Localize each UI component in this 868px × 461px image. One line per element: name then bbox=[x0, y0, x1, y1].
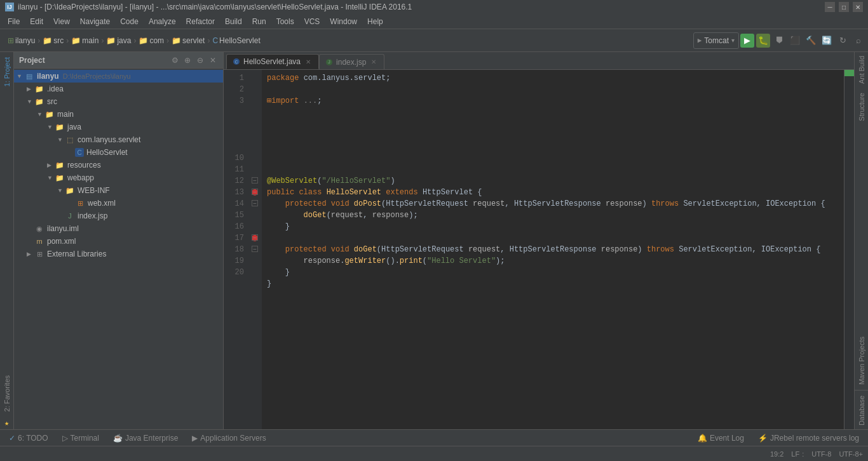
title-bar-controls[interactable]: ─ □ ✕ bbox=[825, 2, 863, 12]
menu-edit[interactable]: Edit bbox=[25, 14, 48, 29]
menu-navigate[interactable]: Navigate bbox=[75, 14, 115, 29]
tree-idea[interactable]: ▶ 📁 .idea bbox=[14, 83, 223, 95]
java-enterprise-tab[interactable]: ☕ Java Enterprise bbox=[107, 431, 184, 445]
menu-code[interactable]: Code bbox=[115, 14, 144, 29]
update-button[interactable]: ↻ bbox=[836, 34, 850, 48]
breadcrumb-com[interactable]: 📁 com bbox=[139, 36, 164, 45]
tree-helloservlet[interactable]: C HelloServlet bbox=[14, 146, 223, 159]
tree-iml[interactable]: ◉ ilanyu.iml bbox=[14, 222, 223, 235]
eventlog-label: Event Log bbox=[710, 434, 744, 443]
favorites-star-icon[interactable]: ★ bbox=[0, 417, 13, 429]
tab-close-servlet[interactable]: ✕ bbox=[304, 58, 312, 65]
code-line-8 bbox=[267, 152, 839, 164]
indent-info[interactable]: UTF-8+ bbox=[839, 450, 863, 458]
tree-webapp[interactable]: ▼ 📁 webapp bbox=[14, 171, 223, 184]
breadcrumb-ilanyu[interactable]: ⊞ ilanyu bbox=[8, 36, 35, 45]
tab-close-jsp[interactable]: ✕ bbox=[370, 58, 377, 66]
minimize-button[interactable]: ─ bbox=[825, 2, 835, 12]
folder-icon-3: 📁 bbox=[106, 36, 116, 45]
xml-file-icon: ⊞ bbox=[75, 199, 85, 208]
folder-src-icon: 📁 bbox=[34, 97, 44, 106]
menu-build[interactable]: Build bbox=[220, 14, 247, 29]
fold-17[interactable]: ─ bbox=[252, 246, 258, 252]
menu-help[interactable]: Help bbox=[362, 14, 388, 29]
app-servers-tab[interactable]: ▶ Application Servers bbox=[186, 431, 272, 445]
scroll-track[interactable] bbox=[844, 76, 854, 429]
fold-16[interactable]: ─ bbox=[252, 234, 258, 241]
jrebel-tab[interactable]: ⚡ JRebel remote servers log bbox=[752, 431, 865, 445]
tab-indexjsp[interactable]: J index.jsp ✕ bbox=[319, 54, 384, 69]
folder-icon-5: 📁 bbox=[172, 36, 181, 45]
breadcrumb-servlet[interactable]: 📁 servlet bbox=[172, 36, 205, 45]
code-line-1: package com.lanyus.servlet; bbox=[267, 72, 839, 84]
run-button[interactable]: ▶ bbox=[740, 34, 754, 48]
debug-button[interactable]: 🐛 bbox=[756, 34, 770, 48]
project-panel: Project ⚙ ⊕ ⊖ ✕ ▼ ▤ ilanyu D:\IdeaProjec… bbox=[14, 52, 224, 429]
fold-13[interactable]: ─ bbox=[252, 200, 258, 206]
build-button[interactable]: 🔨 bbox=[804, 34, 818, 48]
menu-refactor[interactable]: Refactor bbox=[181, 14, 220, 29]
panel-expand-icon[interactable]: ⊕ bbox=[182, 55, 193, 65]
line-ending[interactable]: LF: bbox=[791, 450, 804, 458]
tree-webinf[interactable]: ▼ 📁 WEB-INF bbox=[14, 184, 223, 197]
menu-tools[interactable]: Tools bbox=[271, 14, 299, 29]
code-editor[interactable]: 1 2 3 10 11 12 13 14 15 16 17 18 19 20 bbox=[224, 70, 854, 429]
tree-indexjsp[interactable]: J index.jsp bbox=[14, 210, 223, 222]
project-tab-button[interactable]: 1: Project bbox=[1, 52, 13, 91]
panel-close-icon[interactable]: ✕ bbox=[208, 55, 218, 65]
tree-src[interactable]: ▼ 📁 src bbox=[14, 95, 223, 108]
breadcrumb-src[interactable]: 📁 src bbox=[43, 36, 64, 45]
menu-file[interactable]: File bbox=[3, 14, 25, 29]
project-tree[interactable]: ▼ ▤ ilanyu D:\IdeaProjects\ilanyu ▶ 📁 .i… bbox=[14, 69, 223, 429]
tab-helloservlet[interactable]: C HelloServlet.java ✕ bbox=[226, 54, 319, 69]
menu-run[interactable]: Run bbox=[247, 14, 271, 29]
ant-build-tab[interactable]: Ant Build bbox=[856, 52, 867, 88]
database-tab[interactable]: Database bbox=[856, 392, 867, 429]
fold-12[interactable]: ─ bbox=[252, 189, 258, 195]
todo-label: 6: TODO bbox=[18, 434, 48, 443]
favorites-tab-button[interactable]: 2: Favorites bbox=[1, 370, 13, 417]
tree-root[interactable]: ▼ ▤ ilanyu D:\IdeaProjects\ilanyu bbox=[14, 70, 223, 83]
rebuild-button[interactable]: 🔄 bbox=[820, 34, 834, 48]
event-log-tab[interactable]: 🔔 Event Log bbox=[691, 431, 750, 445]
left-edge-tabs: 1: Project 2: Favorites ★ bbox=[0, 52, 14, 429]
maximize-button[interactable]: □ bbox=[839, 2, 849, 12]
panel-settings-icon[interactable]: ⚙ bbox=[170, 55, 180, 65]
fold-11[interactable]: ─ bbox=[252, 177, 258, 184]
run-config-dropdown[interactable]: ▾ bbox=[731, 37, 735, 44]
panel-collapse-icon[interactable]: ⊖ bbox=[195, 55, 205, 65]
tree-java[interactable]: ▼ 📁 java bbox=[14, 121, 223, 133]
tree-package[interactable]: ▼ ⬚ com.lanyus.servlet bbox=[14, 133, 223, 146]
menu-vcs[interactable]: VCS bbox=[299, 14, 325, 29]
code-line-12: protected void doPost(HttpServletRequest… bbox=[267, 198, 839, 210]
breadcrumb-helloservlet[interactable]: C HelloServlet bbox=[212, 36, 260, 45]
far-right-tabs: Ant Build Structure Maven Projects Datab… bbox=[854, 52, 868, 429]
breadcrumb-java[interactable]: 📁 java bbox=[106, 36, 131, 45]
folder-resources-icon: 📁 bbox=[55, 161, 65, 170]
code-line-11: public class HelloServlet extends HttpSe… bbox=[267, 187, 839, 198]
editor-area: C HelloServlet.java ✕ J index.jsp ✕ 1 2 … bbox=[224, 52, 854, 429]
tree-main[interactable]: ▼ 📁 main bbox=[14, 108, 223, 121]
terminal-tab[interactable]: ▷ Terminal bbox=[56, 431, 105, 445]
tree-pomxml[interactable]: m pom.xml bbox=[14, 235, 223, 248]
cursor-position[interactable]: 19:2 bbox=[770, 450, 783, 458]
menu-analyze[interactable]: Analyze bbox=[144, 14, 181, 29]
code-content[interactable]: package com.lanyus.servlet; ⊞import ...;… bbox=[262, 70, 844, 429]
menu-view[interactable]: View bbox=[48, 14, 75, 29]
find-button[interactable]: ⌕ bbox=[851, 34, 865, 48]
menu-window[interactable]: Window bbox=[325, 14, 362, 29]
folder-java-icon: 📁 bbox=[55, 123, 65, 131]
todo-tab[interactable]: ✓ 6: TODO bbox=[3, 431, 55, 445]
coverage-button[interactable]: ⛊ bbox=[772, 34, 786, 48]
maven-projects-tab[interactable]: Maven Projects bbox=[856, 333, 867, 389]
code-line-6 bbox=[267, 130, 839, 141]
stop-button[interactable]: ⬛ bbox=[788, 34, 802, 48]
scroll-indicator-strip[interactable] bbox=[844, 70, 854, 429]
tree-extlibs[interactable]: ▶ ⊞ External Libraries bbox=[14, 248, 223, 260]
close-button[interactable]: ✕ bbox=[853, 2, 863, 12]
encoding[interactable]: UTF-8 bbox=[811, 450, 831, 458]
tree-webxml[interactable]: ⊞ web.xml bbox=[14, 197, 223, 210]
tree-resources[interactable]: ▶ 📁 resources bbox=[14, 159, 223, 171]
structure-tab[interactable]: Structure bbox=[856, 89, 867, 125]
breadcrumb-main[interactable]: 📁 main bbox=[71, 36, 98, 45]
